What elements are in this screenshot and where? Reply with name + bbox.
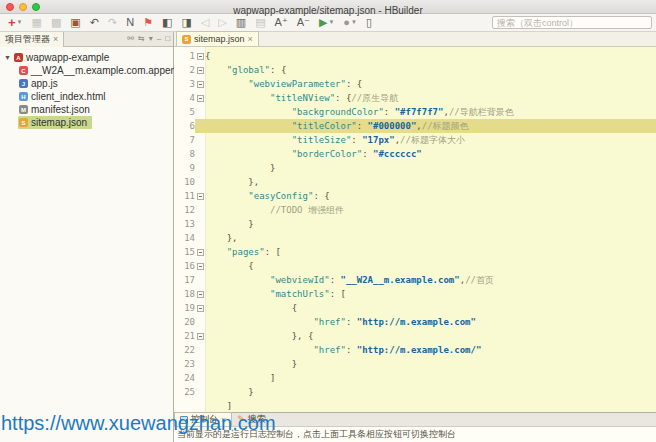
fold-toggle-icon[interactable] — [197, 95, 204, 102]
file-name: manifest.json — [31, 104, 90, 115]
file-type-icon: M — [19, 105, 28, 114]
line-number: 2 — [174, 63, 195, 77]
browser-icon[interactable]: ●▼ — [343, 17, 357, 28]
code-line[interactable]: 4 "titleNView": {//原生导航 — [174, 91, 656, 105]
code-line[interactable]: 13 } — [174, 217, 656, 231]
code-line[interactable]: 17 "webviewId": "__W2A__m.example.com",/… — [174, 273, 656, 287]
code-line[interactable]: 18 "matchUrls": [ — [174, 287, 656, 301]
zoom-window-button[interactable] — [32, 3, 40, 11]
tree-item--w2a-m-example-com-append-css[interactable]: C__W2A__m.example.com.append.css — [0, 64, 173, 77]
close-window-button[interactable] — [6, 3, 14, 11]
file-tree: ▼ A wapwapp-example C__W2A__m.example.co… — [0, 47, 173, 129]
code-line[interactable]: 21 }, { — [174, 329, 656, 343]
tree-item-client-index-html[interactable]: Hclient_index.html — [0, 90, 173, 103]
main-area: 项目管理器 × ⚯ ⇆ ▾ – □ ▼ A wapwapp-example C_… — [0, 32, 656, 442]
code-line[interactable]: 6 "titleColor": "#000000",//标题颜色 — [174, 119, 656, 133]
code-line[interactable]: 23 } — [174, 357, 656, 371]
line-number: 11 — [174, 189, 195, 203]
fold-toggle-icon[interactable] — [197, 249, 204, 256]
redo-icon: ↷ — [108, 17, 117, 28]
code-line[interactable]: 12 //TODO 增强组件 — [174, 203, 656, 217]
line-number: 6 — [174, 119, 195, 133]
sidebar-header: 项目管理器 × ⚯ ⇆ ▾ – □ — [0, 32, 173, 47]
run-button-dropdown-icon[interactable]: ▼ — [328, 17, 334, 28]
minimize-panel-icon[interactable]: – — [157, 34, 161, 44]
fold-toggle-icon[interactable] — [197, 193, 204, 200]
run-button[interactable]: ▶▼ — [319, 17, 334, 28]
fold-toggle-icon[interactable] — [197, 53, 204, 60]
save-icon: ▦ — [32, 17, 42, 28]
code-text: } — [205, 217, 254, 231]
previous-position-icon[interactable]: ◧ — [162, 17, 172, 28]
toolbar-icons: +▼▦▩▣↶↷N⚑◧◨◁▷▥▤A⁺A⁻▶▼●▼▯ — [4, 17, 372, 28]
code-text: } — [205, 357, 297, 371]
close-icon[interactable]: × — [248, 34, 253, 44]
tree-item-manifest-json[interactable]: Mmanifest.json — [0, 103, 173, 116]
minimize-window-button[interactable] — [19, 3, 27, 11]
tab-project-manager[interactable]: 项目管理器 × — [0, 32, 64, 47]
code-line[interactable]: 1{ — [174, 49, 656, 63]
line-number: 12 — [174, 203, 195, 217]
line-number: 18 — [174, 287, 195, 301]
next-position-icon[interactable]: ◨ — [181, 17, 191, 28]
switch-view-icon[interactable]: ▥ — [236, 17, 246, 28]
code-line[interactable]: 10 }, — [174, 175, 656, 189]
file-type-icon: C — [19, 66, 28, 75]
font-increase-icon[interactable]: A⁺ — [275, 17, 288, 28]
fold-toggle-icon[interactable] — [197, 263, 204, 270]
fold-toggle-icon[interactable] — [197, 305, 204, 312]
line-number: 24 — [174, 371, 195, 385]
fold-toggle-icon[interactable] — [197, 333, 204, 340]
fold-toggle-icon[interactable] — [197, 291, 204, 298]
link-editor-icon[interactable]: ⚯ — [127, 34, 134, 44]
code-line[interactable]: 9 } — [174, 161, 656, 175]
fold-toggle-icon[interactable] — [197, 81, 204, 88]
code-line[interactable]: 24 ] — [174, 371, 656, 385]
line-number: 25 — [174, 385, 195, 399]
code-line[interactable]: 5 "backgroundColor": "#f7f7f7",//导航栏背景色 — [174, 105, 656, 119]
code-line[interactable]: ] — [174, 399, 656, 412]
close-icon[interactable]: × — [53, 34, 58, 44]
preview-icon: ▤ — [255, 17, 265, 28]
code-line[interactable]: 2 "global": { — [174, 63, 656, 77]
search-input[interactable] — [492, 16, 652, 29]
fold-toggle-icon[interactable] — [197, 67, 204, 74]
code-line[interactable]: 11 "easyConfig": { — [174, 189, 656, 203]
code-text: "webviewId": "__W2A__m.example.com",//首页 — [205, 273, 494, 287]
bookmark-icon[interactable]: ⚑ — [143, 17, 153, 28]
code-text: } — [205, 385, 254, 399]
new-file-button-dropdown-icon[interactable]: ▼ — [17, 17, 23, 28]
revert-icon[interactable]: ▣ — [70, 17, 80, 28]
code-line[interactable]: 15 "pages": [ — [174, 245, 656, 259]
maximize-panel-icon[interactable]: □ — [165, 34, 170, 44]
undo-icon[interactable]: ↶ — [90, 17, 99, 28]
code-line[interactable]: 20 "href": "http://m.example.com" — [174, 315, 656, 329]
new-file-button[interactable]: +▼ — [8, 17, 23, 28]
tree-item-app-js[interactable]: Japp.js — [0, 77, 173, 90]
project-icon: A — [14, 53, 23, 62]
code-text: "pages": [ — [205, 245, 281, 259]
code-line[interactable]: 7 "titleSize": "17px",//标题字体大小 — [174, 133, 656, 147]
code-line[interactable]: 22 "href": "http://m.example.com/" — [174, 343, 656, 357]
code-line[interactable]: 14 }, — [174, 231, 656, 245]
tree-item-project[interactable]: ▼ A wapwapp-example — [0, 51, 173, 64]
browser-icon-dropdown-icon[interactable]: ▼ — [351, 17, 357, 28]
code-line[interactable]: 3 "webviewParameter": { — [174, 77, 656, 91]
format-icon[interactable]: N — [126, 17, 134, 28]
tab-sitemap-json[interactable]: S sitemap.json × — [176, 31, 259, 46]
device-icon[interactable]: ▯ — [366, 17, 372, 28]
save-all-icon: ▩ — [51, 17, 61, 28]
file-name: sitemap.json — [31, 117, 87, 128]
code-line[interactable]: 25 } — [174, 385, 656, 399]
line-number: 21 — [174, 329, 195, 343]
code-line[interactable]: 16 { — [174, 259, 656, 273]
code-line[interactable]: 8 "borderColor": "#cccccc" — [174, 147, 656, 161]
view-menu-icon[interactable]: ▾ — [149, 34, 153, 44]
font-decrease-icon[interactable]: A⁻ — [297, 17, 310, 28]
chevron-down-icon[interactable]: ▼ — [4, 54, 13, 61]
code-line[interactable]: 19 { — [174, 301, 656, 315]
code-editor[interactable]: 1{2 "global": {3 "webviewParameter": {4 … — [174, 47, 656, 412]
collapse-all-icon[interactable]: ⇆ — [138, 34, 145, 44]
tree-item-sitemap-json[interactable]: Ssitemap.json — [0, 116, 173, 129]
code-text: "easyConfig": { — [205, 189, 330, 203]
